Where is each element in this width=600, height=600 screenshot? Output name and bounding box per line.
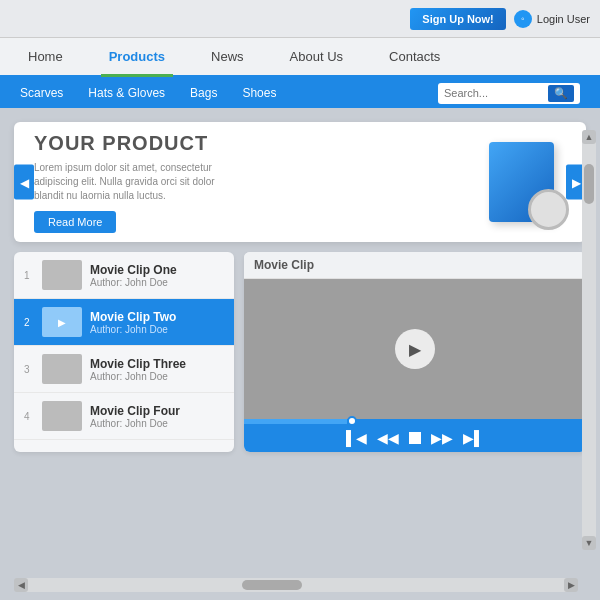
sub-nav: Scarves Hats & Gloves Bags Shoes 🔍: [0, 78, 600, 108]
video-screen: ▶: [244, 279, 586, 419]
slider-prev[interactable]: ◀: [14, 165, 34, 200]
playlist-info-4: Movie Clip Four Author: John Doe: [90, 404, 224, 429]
bottom-section: 1 Movie Clip One Author: John Doe 2 ▶ Mo…: [0, 252, 600, 462]
scroll-left-arrow[interactable]: ◀: [14, 578, 28, 592]
video-progress-bar[interactable]: [244, 419, 586, 424]
nav-item-contacts[interactable]: Contacts: [381, 44, 448, 69]
hero-description: Lorem ipsum dolor sit amet, consectetur …: [34, 161, 234, 203]
stop-button[interactable]: [409, 432, 421, 444]
nav-item-products[interactable]: Products: [101, 44, 173, 69]
hero-title: YOUR PRODUCT: [34, 132, 436, 155]
playlist-thumb-1: [42, 260, 82, 290]
playlist-num-1: 1: [24, 270, 34, 281]
playlist-thumb-3: [42, 354, 82, 384]
video-title: Movie Clip: [244, 252, 586, 279]
nav-item-news[interactable]: News: [203, 44, 252, 69]
main-nav: Home Products News About Us Contacts: [0, 38, 600, 78]
playlist-item-3[interactable]: 3 Movie Clip Three Author: John Doe: [14, 346, 234, 393]
subnav-hats[interactable]: Hats & Gloves: [88, 86, 165, 100]
scroll-track-bottom: [28, 580, 564, 590]
playlist: 1 Movie Clip One Author: John Doe 2 ▶ Mo…: [14, 252, 234, 452]
playlist-item-1[interactable]: 1 Movie Clip One Author: John Doe: [14, 252, 234, 299]
read-more-button[interactable]: Read More: [34, 211, 116, 233]
playlist-num-3: 3: [24, 364, 34, 375]
scroll-thumb-bottom[interactable]: [242, 580, 302, 590]
scrollbar-bottom: ◀ ▶: [14, 578, 578, 592]
search-button[interactable]: 🔍: [548, 85, 574, 102]
user-icon: ◦: [514, 10, 532, 28]
playlist-title-3: Movie Clip Three: [90, 357, 224, 371]
playlist-info-1: Movie Clip One Author: John Doe: [90, 263, 224, 288]
subnav-shoes[interactable]: Shoes: [242, 86, 276, 100]
scroll-up-arrow[interactable]: ▲: [582, 130, 596, 144]
playlist-num-2: 2: [24, 317, 34, 328]
playlist-thumb-4: [42, 401, 82, 431]
login-label: Login User: [537, 13, 590, 25]
playlist-author-2: Author: John Doe: [90, 324, 224, 335]
playlist-num-4: 4: [24, 411, 34, 422]
subnav-bags[interactable]: Bags: [190, 86, 217, 100]
playlist-author-3: Author: John Doe: [90, 371, 224, 382]
playlist-info-3: Movie Clip Three Author: John Doe: [90, 357, 224, 382]
playlist-info-2: Movie Clip Two Author: John Doe: [90, 310, 224, 335]
search-input[interactable]: [444, 87, 544, 99]
login-user-area[interactable]: ◦ Login User: [514, 10, 590, 28]
skip-forward-button[interactable]: ▶▌: [463, 430, 484, 446]
search-box[interactable]: 🔍: [438, 83, 580, 104]
playlist-title-4: Movie Clip Four: [90, 404, 224, 418]
scroll-right-arrow[interactable]: ▶: [564, 578, 578, 592]
scrollbar-right: ▲ ▼: [582, 130, 596, 550]
subnav-scarves[interactable]: Scarves: [20, 86, 63, 100]
playlist-item-2[interactable]: 2 ▶ Movie Clip Two Author: John Doe: [14, 299, 234, 346]
progress-fill: [244, 419, 347, 424]
progress-handle[interactable]: [347, 416, 357, 426]
playlist-author-4: Author: John Doe: [90, 418, 224, 429]
hero-content: YOUR PRODUCT Lorem ipsum dolor sit amet,…: [14, 122, 456, 242]
rewind-button[interactable]: ◀◀: [377, 430, 399, 446]
play-indicator: ▶: [58, 317, 66, 328]
signup-button[interactable]: Sign Up Now!: [410, 8, 506, 30]
playlist-author-1: Author: John Doe: [90, 277, 224, 288]
playlist-item-4[interactable]: 4 Movie Clip Four Author: John Doe: [14, 393, 234, 440]
video-player: Movie Clip ▶ ▌◀ ◀◀ ▶▶ ▶▌: [244, 252, 586, 452]
playlist-title-1: Movie Clip One: [90, 263, 224, 277]
scroll-thumb-right[interactable]: [584, 164, 594, 204]
product-illustration: [489, 142, 554, 222]
nav-item-home[interactable]: Home: [20, 44, 71, 69]
playlist-thumb-2: ▶: [42, 307, 82, 337]
playlist-title-2: Movie Clip Two: [90, 310, 224, 324]
scroll-down-arrow[interactable]: ▼: [582, 536, 596, 550]
video-controls: ▌◀ ◀◀ ▶▶ ▶▌: [244, 424, 586, 452]
skip-back-button[interactable]: ▌◀: [346, 430, 367, 446]
scroll-track-right: [584, 144, 594, 536]
video-play-button[interactable]: ▶: [395, 329, 435, 369]
fast-forward-button[interactable]: ▶▶: [431, 430, 453, 446]
nav-item-about[interactable]: About Us: [282, 44, 351, 69]
hero-slider: ◀ YOUR PRODUCT Lorem ipsum dolor sit ame…: [14, 122, 586, 242]
top-bar: Sign Up Now! ◦ Login User: [0, 0, 600, 38]
